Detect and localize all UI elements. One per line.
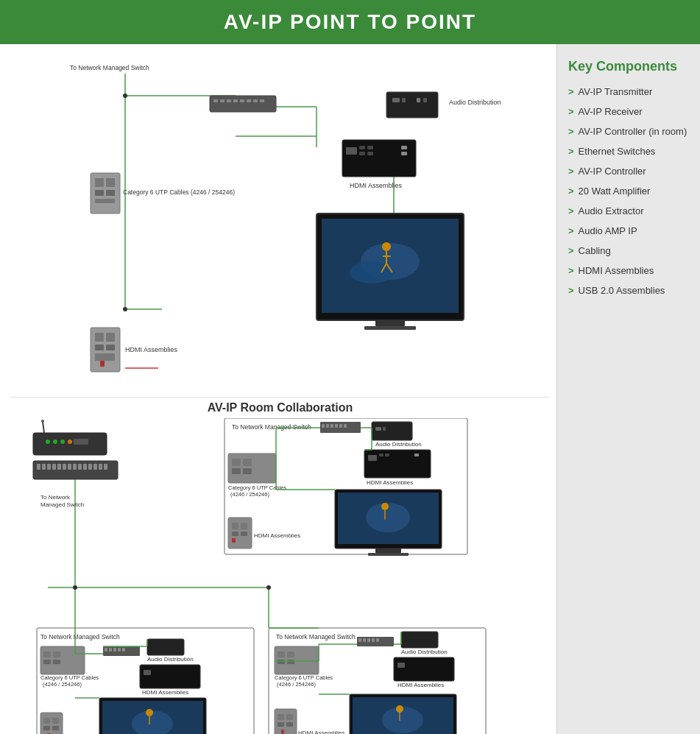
svg-text:Audio Distribution: Audio Distribution — [401, 649, 448, 655]
svg-rect-207 — [277, 714, 284, 720]
svg-text:To Network Managed Switch: To Network Managed Switch — [232, 423, 311, 431]
svg-rect-17 — [247, 99, 251, 102]
sidebar-item-6: > Audio Extractor — [568, 205, 689, 216]
svg-rect-14 — [227, 99, 231, 102]
svg-rect-48 — [106, 178, 115, 187]
svg-rect-50 — [106, 190, 115, 196]
arrow-icon-6: > — [568, 205, 574, 216]
svg-rect-24 — [423, 98, 427, 102]
svg-rect-96 — [322, 424, 325, 428]
svg-rect-151 — [113, 648, 116, 652]
svg-point-202 — [396, 705, 403, 713]
svg-rect-189 — [394, 657, 454, 681]
svg-rect-130 — [241, 532, 247, 536]
svg-text:HDMI Assemblies: HDMI Assemblies — [125, 346, 178, 353]
svg-rect-75 — [52, 464, 56, 470]
svg-rect-185 — [372, 638, 375, 642]
arrow-icon-7: > — [568, 225, 574, 236]
svg-rect-19 — [260, 99, 264, 102]
svg-point-122 — [381, 503, 389, 510]
svg-rect-182 — [358, 638, 361, 642]
svg-rect-115 — [232, 468, 241, 474]
svg-point-66 — [46, 440, 50, 444]
svg-text:Audio Distribution: Audio Distribution — [449, 99, 501, 106]
svg-rect-11 — [210, 96, 276, 112]
sidebar-label-3: Ethernet Switches — [579, 146, 656, 157]
svg-rect-72 — [37, 464, 40, 470]
svg-rect-210 — [286, 722, 293, 727]
svg-point-162 — [146, 709, 153, 716]
svg-rect-168 — [52, 718, 59, 724]
svg-rect-190 — [397, 663, 405, 668]
svg-rect-170 — [52, 726, 59, 730]
svg-text:To Network Managed Switch: To Network Managed Switch — [70, 64, 149, 71]
svg-rect-148 — [103, 646, 140, 656]
svg-rect-125 — [368, 553, 409, 556]
sidebar-item-8: > Cabling — [568, 245, 689, 256]
svg-rect-80 — [78, 464, 82, 470]
svg-text:Audio Distribution: Audio Distribution — [375, 441, 422, 448]
svg-rect-108 — [379, 454, 383, 456]
sidebar-item-0: > AV-IP Transmitter — [568, 86, 689, 97]
svg-rect-32 — [401, 146, 407, 149]
sidebar: Key Components > AV-IP Transmitter > AV-… — [556, 44, 700, 734]
svg-rect-149 — [105, 648, 107, 652]
svg-rect-22 — [402, 98, 406, 102]
svg-text:To Network Managed Switch: To Network Managed Switch — [276, 633, 356, 641]
svg-text:Managed Switch: Managed Switch — [40, 501, 84, 508]
svg-rect-103 — [375, 427, 381, 431]
sidebar-label-4: AV-IP Controller — [579, 166, 646, 177]
svg-rect-73 — [42, 464, 46, 470]
svg-rect-26 — [342, 140, 416, 177]
svg-point-68 — [60, 440, 65, 444]
arrow-icon-4: > — [568, 166, 574, 177]
svg-rect-150 — [109, 648, 112, 652]
svg-point-65 — [41, 420, 44, 423]
arrow-icon-0: > — [568, 86, 574, 97]
svg-rect-33 — [401, 152, 407, 155]
svg-rect-157 — [144, 670, 151, 675]
svg-rect-187 — [401, 632, 438, 648]
svg-rect-116 — [243, 468, 252, 474]
svg-rect-195 — [277, 660, 285, 664]
svg-rect-51 — [95, 199, 115, 203]
svg-point-62 — [123, 307, 127, 311]
sidebar-label-2: AV-IP Controller (in room) — [579, 126, 687, 137]
svg-line-64 — [43, 422, 44, 433]
svg-rect-84 — [99, 464, 102, 470]
svg-point-3 — [123, 93, 127, 98]
svg-text:HDMI Assemblies: HDMI Assemblies — [298, 730, 344, 734]
page-title: AV-IP POINT TO POINT — [224, 10, 476, 33]
svg-rect-145 — [53, 660, 60, 664]
svg-rect-193 — [277, 652, 285, 657]
svg-rect-129 — [232, 532, 238, 536]
svg-text:HDMI Assemblies: HDMI Assemblies — [142, 689, 188, 696]
svg-rect-15 — [233, 99, 238, 102]
svg-rect-143 — [53, 652, 60, 657]
sidebar-item-2: > AV-IP Controller (in room) — [568, 126, 689, 137]
svg-text:Category 6 UTP Cables: Category 6 UTP Cables — [275, 674, 333, 681]
point-to-point-svg: Audio Distribution HDMI Assemblies — [11, 52, 541, 398]
svg-rect-107 — [368, 455, 377, 461]
svg-rect-78 — [68, 464, 71, 470]
svg-rect-98 — [330, 424, 333, 428]
svg-point-39 — [382, 242, 391, 251]
arrow-icon-1: > — [568, 106, 574, 117]
sidebar-title: Key Components — [568, 59, 689, 74]
sidebar-item-1: > AV-IP Receiver — [568, 106, 689, 117]
svg-rect-126 — [228, 518, 252, 548]
svg-rect-110 — [414, 454, 419, 456]
svg-rect-127 — [232, 523, 238, 529]
svg-text:(4246 / 254246): (4246 / 254246) — [230, 491, 269, 498]
svg-text:HDMI Assemblies: HDMI Assemblies — [397, 682, 444, 688]
svg-rect-47 — [95, 178, 104, 187]
svg-rect-49 — [95, 190, 104, 196]
sidebar-label-7: Audio AMP IP — [579, 225, 637, 236]
sidebar-label-6: Audio Extractor — [579, 205, 644, 216]
page-header: AV-IP POINT TO POINT — [0, 0, 700, 44]
room-collab-svg: To Network Managed Switch To Network Man… — [11, 418, 541, 734]
svg-point-223 — [266, 585, 271, 590]
svg-rect-71 — [33, 461, 118, 479]
svg-rect-82 — [88, 464, 92, 470]
svg-rect-156 — [140, 665, 200, 688]
